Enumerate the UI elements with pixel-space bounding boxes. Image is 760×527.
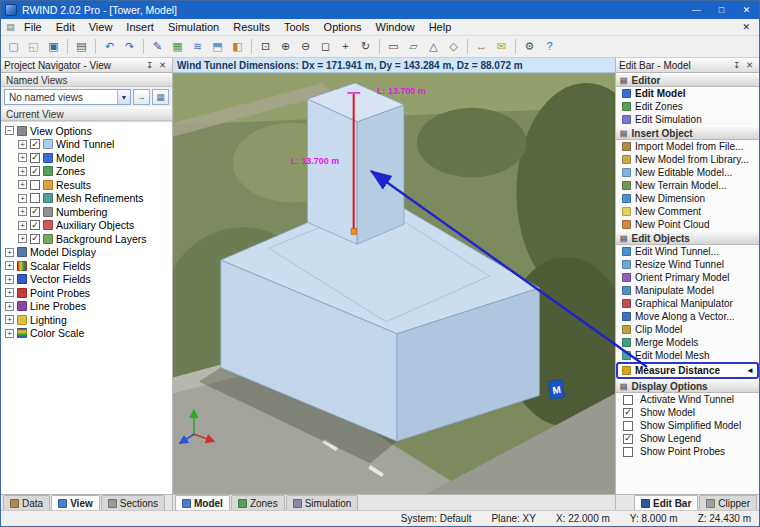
close-button[interactable]: ✕ — [734, 1, 759, 19]
editbar-item-move-along-a-vector[interactable]: Move Along a Vector... — [616, 310, 759, 323]
editbar-item-edit-wind-tunnel[interactable]: Edit Wind Tunnel... — [616, 245, 759, 258]
toolbar-zoom-window-button[interactable]: ⊡ — [256, 37, 275, 56]
editbar-item-edit-model-mesh[interactable]: Edit Model Mesh — [616, 349, 759, 362]
checkbox-numbering[interactable]: ✓ — [30, 207, 40, 217]
tree-item-vector-fields[interactable]: +Vector Fields — [1, 273, 172, 287]
expand-icon[interactable]: + — [18, 180, 27, 189]
editbar-item-graphical-manipulator[interactable]: Graphical Manipulator — [616, 297, 759, 310]
section-header-display-options[interactable]: ▤Display Options — [616, 379, 759, 393]
section-header-edit-objects[interactable]: ▤Edit Objects — [616, 231, 759, 245]
menu-window[interactable]: Window — [369, 20, 422, 34]
toolbar-edit-model-button[interactable]: ✎ — [148, 37, 167, 56]
3d-canvas[interactable]: L: 13.700 m L: 13.700 m M — [173, 73, 615, 494]
toolbar-zoom-out-button[interactable]: ⊖ — [296, 37, 315, 56]
tree-item-auxiliary-objects[interactable]: +✓Auxiliary Objects — [1, 219, 172, 233]
option-activate-wind-tunnel[interactable]: Activate Wind Tunnel — [616, 393, 759, 406]
menu-results[interactable]: Results — [226, 20, 277, 34]
tab-sections[interactable]: Sections — [101, 495, 165, 510]
editbar-item-manipulate-model[interactable]: Manipulate Model — [616, 284, 759, 297]
menu-insert[interactable]: Insert — [119, 20, 161, 34]
tab-zones[interactable]: Zones — [231, 495, 285, 510]
tree-item-point-probes[interactable]: +Point Probes — [1, 286, 172, 300]
toolbar-undo-button[interactable]: ↶ — [100, 37, 119, 56]
menu-file[interactable]: File — [17, 20, 49, 34]
toolbar-pan-button[interactable]: + — [336, 37, 355, 56]
maximize-button[interactable]: □ — [709, 1, 734, 19]
menu-options[interactable]: Options — [317, 20, 369, 34]
tab-simulation[interactable]: Simulation — [286, 495, 359, 510]
toolbar-orbit-button[interactable]: ↻ — [356, 37, 375, 56]
toolbar-show-results-button[interactable]: ◧ — [228, 37, 247, 56]
tree-item-wind-tunnel[interactable]: +✓Wind Tunnel — [1, 138, 172, 152]
editbar-item-resize-wind-tunnel[interactable]: Resize Wind Tunnel — [616, 258, 759, 271]
tree-item-model[interactable]: +✓Model — [1, 151, 172, 165]
editbar-item-new-terrain-model[interactable]: New Terrain Model... — [616, 179, 759, 192]
option-show-simplified-model[interactable]: Show Simplified Model — [616, 419, 759, 432]
expand-icon[interactable]: + — [5, 329, 14, 338]
expand-icon[interactable]: + — [5, 315, 14, 324]
expand-icon[interactable]: + — [18, 221, 27, 230]
expand-icon[interactable]: + — [5, 275, 14, 284]
save-named-view-button[interactable]: ▦ — [152, 89, 169, 105]
editbar-item-import-model-from-file[interactable]: Import Model from File... — [616, 140, 759, 153]
collapse-icon[interactable]: − — [5, 126, 14, 135]
editbar-item-measure-distance[interactable]: Measure Distance◄ — [616, 362, 759, 379]
toolbar-new-file-button[interactable]: ▢ — [4, 37, 23, 56]
editbar-item-new-comment[interactable]: New Comment — [616, 205, 759, 218]
tree-item-zones[interactable]: +✓Zones — [1, 165, 172, 179]
menu-help[interactable]: Help — [422, 20, 459, 34]
tab-data[interactable]: Data — [3, 495, 50, 510]
checkbox-mesh-refinements[interactable] — [30, 193, 40, 203]
option-show-point-probes[interactable]: Show Point Probes — [616, 445, 759, 458]
expand-icon[interactable]: + — [18, 153, 27, 162]
checkbox-model[interactable]: ✓ — [30, 153, 40, 163]
tree-item-mesh-refinements[interactable]: +Mesh Refinements — [1, 192, 172, 206]
pin-icon[interactable]: ↧ — [143, 60, 156, 70]
menu-edit[interactable]: Edit — [49, 20, 82, 34]
menu-view[interactable]: View — [82, 20, 120, 34]
checkbox-show-point-probes[interactable] — [623, 447, 633, 457]
toolbar-measure-button[interactable]: ↔ — [472, 37, 491, 56]
minimize-button[interactable]: — — [684, 1, 709, 19]
expand-icon[interactable]: + — [5, 302, 14, 311]
toolbar-save-button[interactable]: ▣ — [44, 37, 63, 56]
tree-item-model-display[interactable]: +Model Display — [1, 246, 172, 260]
expand-icon[interactable]: + — [18, 234, 27, 243]
expand-icon[interactable]: + — [18, 194, 27, 203]
expand-icon[interactable]: + — [5, 261, 14, 270]
named-views-dropdown[interactable]: No named views ▼ — [4, 89, 131, 105]
editbar-item-edit-simulation[interactable]: Edit Simulation — [616, 113, 759, 126]
editbar-item-merge-models[interactable]: Merge Models — [616, 336, 759, 349]
editbar-item-new-editable-model[interactable]: New Editable Model... — [616, 166, 759, 179]
toolbar-edit-zones-button[interactable]: ▦ — [168, 37, 187, 56]
section-header-insert-object[interactable]: ▤Insert Object — [616, 126, 759, 140]
toolbar-wind-tunnel-button[interactable]: ⬒ — [208, 37, 227, 56]
toolbar-edit-simulation-button[interactable]: ≋ — [188, 37, 207, 56]
expand-icon[interactable]: + — [18, 167, 27, 176]
tab-view[interactable]: View — [51, 495, 100, 510]
chevron-down-icon[interactable]: ▼ — [117, 90, 130, 104]
editbar-item-new-dimension[interactable]: New Dimension — [616, 192, 759, 205]
tab-model[interactable]: Model — [175, 495, 230, 510]
expand-icon[interactable]: + — [5, 248, 14, 257]
toolbar-view-z-button[interactable]: △ — [424, 37, 443, 56]
goto-view-button[interactable]: → — [133, 89, 150, 105]
expand-icon[interactable]: + — [5, 288, 14, 297]
toolbar-view-x-button[interactable]: ▭ — [384, 37, 403, 56]
pin-icon[interactable]: ↧ — [730, 60, 743, 70]
section-header-editor[interactable]: ▤Editor — [616, 73, 759, 87]
3d-scene[interactable]: L: 13.700 m L: 13.700 m M — [173, 73, 615, 494]
tree-item-line-probes[interactable]: +Line Probes — [1, 300, 172, 314]
tab-edit-bar[interactable]: Edit Bar — [634, 495, 698, 510]
menu-tools[interactable]: Tools — [277, 20, 317, 34]
checkbox-background-layers[interactable]: ✓ — [30, 234, 40, 244]
toolbar-open-file-button[interactable]: ◱ — [24, 37, 43, 56]
checkbox-show-model[interactable]: ✓ — [623, 408, 633, 418]
toolbar-settings-button[interactable]: ⚙ — [520, 37, 539, 56]
tree-item-scalar-fields[interactable]: +Scalar Fields — [1, 259, 172, 273]
toolbar-view-y-button[interactable]: ▱ — [404, 37, 423, 56]
checkbox-wind-tunnel[interactable]: ✓ — [30, 139, 40, 149]
toolbar-print-button[interactable]: ▤ — [72, 37, 91, 56]
toolbar-zoom-all-button[interactable]: ◻ — [316, 37, 335, 56]
checkbox-show-legend[interactable]: ✓ — [623, 434, 633, 444]
